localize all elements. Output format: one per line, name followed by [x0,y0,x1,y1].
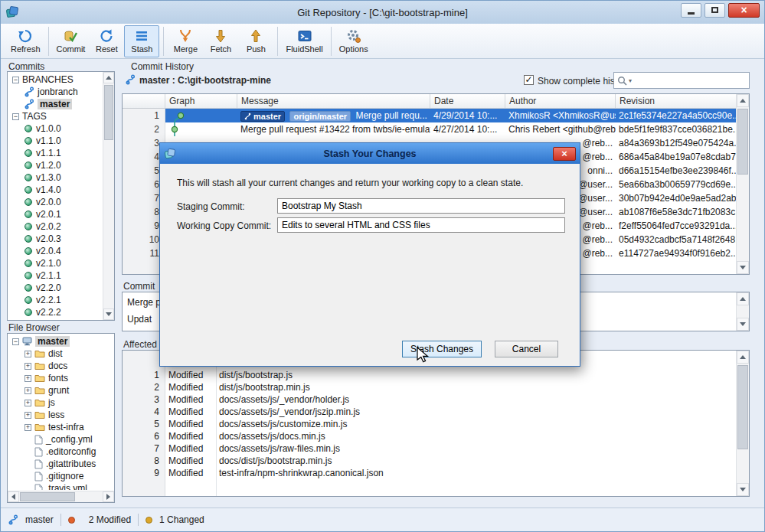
toolbar-commit-button[interactable]: Commit [53,25,90,57]
expand-icon[interactable]: + [25,363,31,370]
affected-file-row[interactable]: 7Modifieddocs/assets/js/raw-files.min.js [123,442,736,455]
file-tree-root[interactable]: − master [9,335,113,348]
branch-item-selected[interactable]: master [9,98,102,110]
working-copy-commit-input[interactable] [277,217,565,233]
scroll-left-button[interactable] [8,491,19,502]
file-browser-hscrollbar[interactable] [8,491,114,502]
history-row-selected[interactable]: 1 master origin/master Merge pull requ..… [123,109,736,122]
commits-scrollbar[interactable] [103,72,114,320]
scroll-right-button[interactable] [103,491,114,502]
scroll-down-button[interactable] [737,318,749,331]
commit-message-scrollbar[interactable] [736,292,749,331]
expand-icon[interactable]: + [25,387,31,394]
scroll-up-button[interactable] [737,351,749,364]
folder-item[interactable]: +fonts [9,372,113,384]
affected-scrollbar[interactable] [736,351,749,496]
folder-item[interactable]: +js [9,397,113,409]
scrollbar-thumb[interactable] [737,109,748,175]
folder-item[interactable]: +grunt [9,384,113,397]
affected-file-row[interactable]: 2Modifieddist/js/bootstrap.min.js [123,381,736,393]
tree-node-branches[interactable]: − BRANCHES [9,73,102,86]
folder-item[interactable]: +less [9,409,113,421]
tag-item[interactable]: v1.3.0 [9,171,102,184]
affected-file-row[interactable]: 6Modifieddocs/assets/js/docs.min.js [123,430,736,442]
show-complete-history-checkbox[interactable]: ✓ [524,75,534,85]
column-header-revision[interactable]: Revision [616,94,737,108]
toolbar-fluidshell-button[interactable]: FluidShell [282,25,326,57]
expand-icon[interactable]: + [25,400,31,406]
tag-item[interactable]: v2.2.1 [9,294,102,306]
tag-item[interactable]: v1.4.0 [9,184,102,196]
scroll-down-button[interactable] [103,308,114,320]
affected-file-row[interactable]: 9Modifiedtest-infra/npm-shrinkwrap.canon… [123,467,736,479]
column-header-graph[interactable]: Graph [165,94,237,108]
affected-file-row[interactable]: 3Modifieddocs/assets/js/_vendor/holder.j… [123,393,736,406]
maximize-button[interactable] [705,3,725,18]
tag-item[interactable]: v2.0.0 [9,196,102,208]
folder-icon [34,423,45,432]
tag-item[interactable]: v1.1.1 [9,147,102,159]
cancel-button[interactable]: Cancel [495,341,558,357]
tag-item[interactable]: v2.2.0 [9,282,102,294]
history-scrollbar[interactable] [736,94,749,274]
tag-item[interactable]: v1.1.0 [9,135,102,147]
affected-file-row[interactable]: 5Modifieddocs/assets/js/customize.min.js [123,418,736,430]
affected-file-row[interactable]: 1Modifieddist/js/bootstrap.js [123,369,736,381]
search-caret-icon[interactable]: ▾ [629,77,632,84]
tag-item[interactable]: v1.2.0 [9,159,102,171]
toolbar-fetch-button[interactable]: Fetch [203,25,238,57]
collapse-icon[interactable]: − [12,338,19,345]
tag-item[interactable]: v2.2.2 [9,306,102,318]
file-item[interactable]: .gitattributes [9,458,113,470]
minimize-button[interactable] [681,3,701,18]
history-row[interactable]: 2 Merge pull request #13422 from twbs/ie… [123,122,736,136]
expand-icon[interactable]: + [25,412,31,419]
expand-icon[interactable]: + [25,424,31,431]
tree-node-tags[interactable]: − TAGS [9,110,102,122]
scroll-down-button[interactable] [737,483,749,496]
folder-item[interactable]: +test-infra [9,421,113,433]
file-item[interactable]: .editorconfig [9,446,113,458]
tag-item[interactable]: v2.0.3 [9,233,102,245]
toolbar-refresh-button[interactable]: Refresh [7,25,44,57]
scroll-up-button[interactable] [103,72,114,83]
column-header-num[interactable] [123,94,165,108]
expand-icon[interactable]: + [25,375,31,382]
branch-item[interactable]: jonbranch [9,86,102,98]
scroll-up-button[interactable] [737,292,749,305]
collapse-icon[interactable]: − [12,113,19,120]
scrollbar-thumb[interactable] [737,365,748,449]
close-button[interactable]: × [728,3,760,18]
tag-item[interactable]: v2.0.4 [9,245,102,257]
affected-file-row[interactable]: 4Modifieddocs/assets/js/_vendor/jszip.mi… [123,406,736,418]
folder-item[interactable]: +dist [9,348,113,360]
scroll-up-button[interactable] [737,94,749,107]
folder-item[interactable]: +docs [9,360,113,372]
toolbar-push-button[interactable]: Push [238,25,273,57]
affected-file-row[interactable]: 8Modifieddocs/dist/js/bootstrap.min.js [123,455,736,467]
tag-item[interactable]: v2.0.1 [9,208,102,220]
scrollbar-thumb[interactable] [20,492,75,501]
stash-dialog-close-button[interactable]: × [553,147,576,161]
scrollbar-thumb[interactable] [104,85,113,140]
toolbar-stash-button[interactable]: Stash [124,25,159,57]
staging-commit-input[interactable] [277,198,565,214]
tag-item[interactable]: v2.0.2 [9,220,102,233]
collapse-icon[interactable]: − [12,77,19,83]
expand-icon[interactable]: + [25,351,31,357]
tag-item[interactable]: v2.1.0 [9,257,102,269]
search-input[interactable] [633,75,746,86]
column-header-date[interactable]: Date [430,94,505,108]
scroll-down-button[interactable] [737,261,749,274]
column-header-message[interactable]: Message [237,94,430,108]
file-item[interactable]: .gitignore [9,470,113,482]
file-item[interactable]: .travis.yml [9,482,113,490]
column-header-author[interactable]: Author [505,94,616,108]
toolbar-merge-button[interactable]: Merge [168,25,203,57]
tag-item[interactable]: v2.1.1 [9,269,102,282]
stash-changes-button[interactable]: Stash Changes [402,341,482,357]
toolbar-options-button[interactable]: Options [335,25,372,57]
tag-item[interactable]: v1.0.0 [9,122,102,135]
toolbar-reset-button[interactable]: Reset [89,25,124,57]
file-item[interactable]: _config.yml [9,433,113,446]
